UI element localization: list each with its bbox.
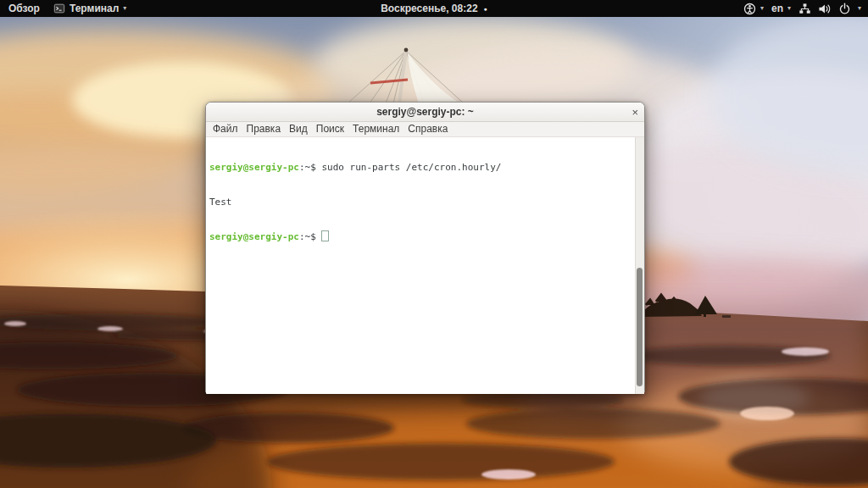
chevron-down-icon: ▾ [760, 5, 764, 12]
system-menu[interactable]: ▾ [798, 0, 861, 17]
chevron-down-icon: ▾ [858, 5, 861, 12]
terminal-line: sergiy@sergiy-pc:~$ sudo run-parts /etc/… [209, 162, 632, 174]
prompt-user-host: sergiy@sergiy-pc [209, 162, 299, 173]
menu-help[interactable]: Справка [403, 122, 452, 136]
scrollbar-track[interactable] [635, 137, 644, 394]
command-text: sudo run-parts /etc/cron.hourly/ [321, 162, 501, 173]
app-menu[interactable]: Терминал ▾ [53, 0, 126, 17]
close-button[interactable]: × [632, 103, 638, 121]
chevron-down-icon: ▾ [787, 5, 791, 12]
prompt-tail: :~$ [299, 231, 322, 242]
terminal-content[interactable]: sergiy@sergiy-pc:~$ sudo run-parts /etc/… [206, 137, 644, 394]
top-bar: Обзор Терминал ▾ Воскресенье, 08:22 ● [0, 0, 868, 17]
keyboard-layout-menu[interactable]: en ▾ [771, 0, 791, 17]
terminal-output-line: Test [209, 197, 632, 208]
activities-button[interactable]: Обзор [8, 0, 40, 17]
system-status-area[interactable]: ▾ en ▾ [743, 0, 861, 17]
accessibility-menu[interactable]: ▾ [743, 0, 764, 17]
menu-bar: Файл Правка Вид Поиск Терминал Справка [206, 122, 644, 137]
chevron-down-icon: ▾ [123, 5, 126, 12]
prompt-user-host: sergiy@sergiy-pc [209, 231, 299, 242]
network-wired-icon [798, 3, 811, 15]
terminal-cursor [321, 230, 329, 241]
scrollbar-thumb[interactable] [637, 268, 643, 386]
desktop: Обзор Терминал ▾ Воскресенье, 08:22 ● [0, 0, 868, 488]
terminal-app-icon [53, 3, 65, 14]
clock[interactable]: Воскресенье, 08:22 [381, 3, 477, 14]
menu-file[interactable]: Файл [209, 122, 242, 136]
menu-view[interactable]: Вид [285, 122, 312, 136]
window-titlebar[interactable]: sergiy@sergiy-pc: ~ × [206, 103, 644, 122]
prompt-tail: :~$ [299, 162, 322, 173]
window-title: sergiy@sergiy-pc: ~ [376, 106, 474, 118]
terminal-window: sergiy@sergiy-pc: ~ × Файл Правка Вид По… [205, 102, 645, 393]
volume-icon [818, 3, 832, 15]
menu-search[interactable]: Поиск [312, 122, 348, 136]
app-menu-label: Терминал [70, 3, 119, 14]
notification-dot-icon: ● [484, 6, 487, 12]
accessibility-icon [743, 3, 756, 15]
terminal-line: sergiy@sergiy-pc:~$ [209, 230, 632, 243]
menu-edit[interactable]: Правка [242, 122, 286, 136]
menu-terminal[interactable]: Терминал [348, 122, 403, 136]
keyboard-layout-label: en [771, 3, 783, 14]
power-icon [838, 3, 851, 15]
